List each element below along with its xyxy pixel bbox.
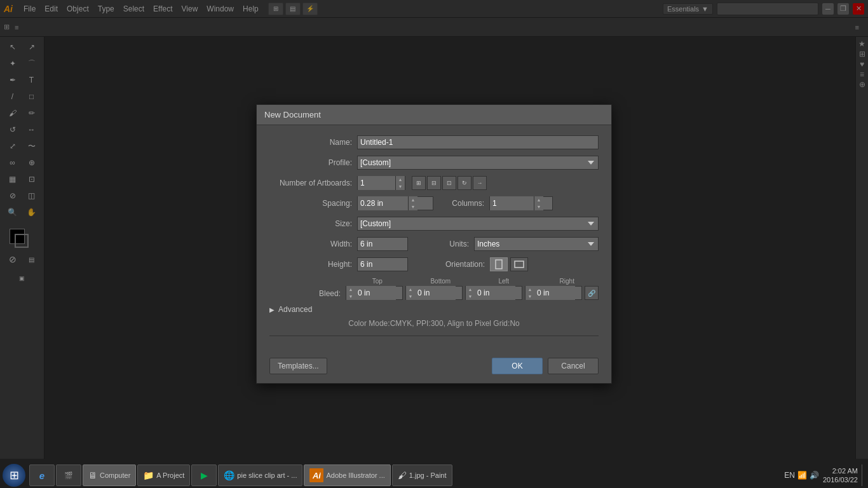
dialog-title-bar: New Document	[257, 105, 611, 125]
taskbar-paint[interactable]: 🖌 1.jpg - Paint	[392, 464, 452, 486]
artboards-down[interactable]: ▼	[396, 183, 405, 190]
arrow-icon[interactable]: →	[473, 176, 487, 190]
bleed-left-up[interactable]: ▲	[466, 286, 475, 293]
color-mode-info: Color Mode:CMYK, PPI:300, Align to Pixel…	[269, 319, 599, 328]
columns-down[interactable]: ▼	[534, 203, 543, 210]
artboards-up[interactable]: ▲	[396, 176, 405, 183]
spacing-down[interactable]: ▼	[409, 203, 417, 210]
height-col: Height:	[269, 257, 434, 271]
spacing-up[interactable]: ▲	[409, 196, 417, 203]
orientation-label: Orientation:	[434, 260, 485, 269]
columns-label: Columns:	[433, 199, 484, 208]
bleed-top-up[interactable]: ▲	[346, 286, 355, 293]
bleed-label: Bleed:	[269, 278, 341, 298]
units-label: Units:	[434, 240, 469, 248]
width-input[interactable]	[357, 237, 408, 251]
bleed-bottom-up[interactable]: ▲	[406, 286, 415, 293]
bleed-right-up[interactable]: ▲	[526, 286, 534, 293]
taskbar-clock[interactable]: 2:02 AM 2016/03/22	[823, 466, 858, 485]
bleed-left-input[interactable]	[475, 286, 515, 300]
bleed-left-label: Left	[475, 278, 532, 285]
chrome-icon: 🌐	[224, 470, 234, 480]
taskbar-project-folder[interactable]: 📁 A Project	[137, 464, 190, 486]
width-col: Width:	[269, 237, 434, 251]
network-icon: 📶	[797, 471, 807, 480]
units-select[interactable]: Inches Centimeters Pixels Points	[474, 237, 599, 251]
taskbar-paint-label: 1.jpg - Paint	[409, 471, 447, 479]
bleed-top-input[interactable]	[355, 286, 396, 300]
bleed-bottom-spinner: ▲ ▼	[405, 286, 463, 300]
taskbar-chrome-label: pie slice clip art - ...	[237, 471, 297, 479]
bleed-row: Bleed: Top Bottom Left Right ▲ ▼	[269, 278, 599, 300]
columns-up[interactable]: ▲	[534, 196, 543, 203]
taskbar-chrome[interactable]: 🌐 pie slice clip art - ...	[218, 464, 302, 486]
artboards-row: Number of Artboards: ▲ ▼ ⊞ ⊟ ⊡ ↻ →	[269, 176, 599, 190]
ie-icon: e	[39, 470, 44, 481]
bleed-left-down[interactable]: ▼	[466, 293, 475, 300]
system-tray: EN 📶 🔊 2:02 AM 2016/03/22	[784, 464, 865, 486]
profile-select[interactable]: [Custom] Print Web Mobile	[357, 156, 599, 170]
ok-button[interactable]: OK	[492, 358, 543, 374]
units-col: Units: Inches Centimeters Pixels Points	[434, 237, 599, 251]
spacing-input[interactable]	[358, 196, 409, 210]
name-input[interactable]	[357, 135, 599, 149]
bleed-fields: Top Bottom Left Right ▲ ▼	[346, 278, 599, 300]
bleed-top-spinner: ▲ ▼	[346, 286, 403, 300]
width-units-row: Width: Units: Inches Centimeters Pixels …	[269, 237, 599, 251]
orientation-col: Orientation:	[434, 257, 599, 271]
taskbar-media[interactable]: ▶	[191, 464, 217, 486]
profile-row: Profile: [Custom] Print Web Mobile	[269, 156, 599, 170]
templates-button[interactable]: Templates...	[269, 358, 327, 374]
bleed-top-label: Top	[349, 278, 406, 285]
row-layout-icon[interactable]: ⊟	[427, 176, 441, 190]
size-select[interactable]: [Custom] Letter Legal A4	[357, 217, 599, 231]
bleed-right-input[interactable]	[534, 286, 575, 300]
height-input[interactable]	[357, 257, 408, 271]
show-desktop-icon[interactable]	[862, 464, 865, 486]
bleed-link-button[interactable]: 🔗	[585, 286, 599, 300]
col-layout-icon[interactable]: ⊡	[442, 176, 456, 190]
advanced-section[interactable]: ▶ Advanced	[269, 305, 599, 314]
clock-date: 2016/03/22	[823, 475, 858, 484]
dialog-overlay: New Document Name: Profile: [Custom] Pri…	[0, 0, 868, 488]
start-button[interactable]: ⊞	[3, 464, 25, 487]
portrait-button[interactable]	[490, 257, 508, 271]
taskbar-computer[interactable]: 🖥 Computer	[83, 464, 136, 486]
taskbar-ai[interactable]: Ai Adobe Illustrator ...	[304, 464, 390, 486]
bleed-right-spinner: ▲ ▼	[525, 286, 582, 300]
taskbar: ⊞ e 🎬 🖥 Computer 📁 A Project ▶ 🌐 pie sli…	[0, 463, 868, 488]
film-icon: 🎬	[64, 471, 73, 480]
lang-icon[interactable]: EN	[784, 471, 795, 480]
artboards-label: Number of Artboards:	[269, 179, 352, 187]
svg-rect-0	[496, 260, 502, 269]
volume-icon[interactable]: 🔊	[810, 471, 819, 480]
size-row: Size: [Custom] Letter Legal A4	[269, 217, 599, 231]
artboard-layout-icons: ⊞ ⊟ ⊡ ↻ →	[412, 176, 487, 190]
columns-input[interactable]	[490, 196, 534, 210]
computer-icon: 🖥	[88, 470, 97, 480]
spacing-label: Spacing:	[269, 199, 352, 208]
artboards-input[interactable]	[358, 176, 396, 190]
windows-icon: ⊞	[10, 468, 19, 482]
bleed-top-down[interactable]: ▼	[346, 293, 355, 300]
play-icon: ▶	[201, 470, 208, 480]
columns-spinner: ▲ ▼	[489, 196, 553, 210]
arrange-icon[interactable]: ↻	[458, 176, 471, 190]
advanced-arrow-icon: ▶	[269, 306, 275, 313]
bleed-bottom-down[interactable]: ▼	[406, 293, 415, 300]
new-document-dialog: New Document Name: Profile: [Custom] Pri…	[256, 104, 612, 384]
grid-layout-icon[interactable]: ⊞	[412, 176, 426, 190]
taskbar-ie[interactable]: e	[29, 464, 55, 486]
dialog-divider	[269, 336, 599, 336]
dialog-footer: Templates... OK Cancel	[257, 351, 611, 383]
spacing-row: Spacing: ▲ ▼ Columns: ▲ ▼	[269, 196, 599, 210]
dialog-title: New Document	[264, 110, 321, 119]
height-label: Height:	[269, 260, 352, 269]
cancel-button[interactable]: Cancel	[548, 358, 599, 374]
bleed-right-label: Right	[538, 278, 595, 285]
landscape-button[interactable]	[510, 257, 528, 271]
clock-time: 2:02 AM	[823, 466, 858, 475]
bleed-right-down[interactable]: ▼	[526, 293, 534, 300]
taskbar-film[interactable]: 🎬	[56, 464, 81, 486]
bleed-bottom-input[interactable]	[415, 286, 456, 300]
